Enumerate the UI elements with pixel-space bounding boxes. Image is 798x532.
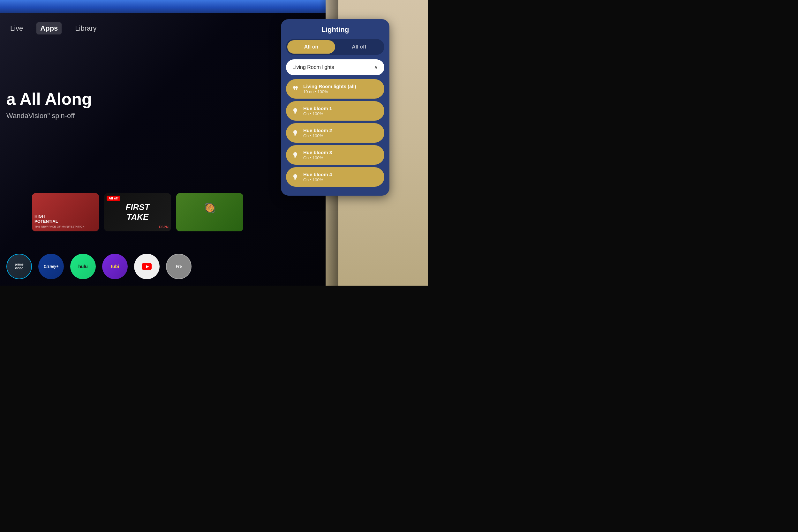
app-prime-video[interactable]: primevideo bbox=[6, 254, 32, 279]
room-selector[interactable]: Living Room lights ∧ bbox=[286, 59, 384, 75]
chevron-up-icon: ∧ bbox=[374, 64, 378, 71]
espn-label: ESPN bbox=[159, 225, 169, 229]
light-item-bloom2-content: Hue bloom 2 On • 100% bbox=[303, 128, 332, 138]
card-first-take[interactable]: All off FIRSTTAKE ESPN bbox=[104, 193, 171, 231]
bulb-icon-2 bbox=[291, 129, 299, 137]
light-item-bloom3-content: Hue bloom 3 On • 100% bbox=[303, 150, 332, 160]
light-item-bloom4-name: Hue bloom 4 bbox=[303, 172, 332, 177]
light-item-bloom1[interactable]: Hue bloom 1 On • 100% bbox=[286, 101, 384, 121]
svg-rect-13 bbox=[294, 180, 296, 180]
light-item-bloom3-name: Hue bloom 3 bbox=[303, 150, 332, 155]
bulb-icon-3 bbox=[291, 151, 299, 159]
light-item-bloom4[interactable]: Hue bloom 4 On • 100% bbox=[286, 167, 384, 187]
svg-rect-10 bbox=[294, 157, 296, 158]
youtube-icon bbox=[142, 263, 152, 270]
svg-rect-9 bbox=[294, 136, 296, 136]
light-item-all-status: 10 on • 100% bbox=[303, 89, 356, 94]
light-item-bloom4-status: On • 100% bbox=[303, 177, 332, 182]
app-hulu[interactable]: hulu bbox=[70, 254, 96, 279]
all-off-button[interactable]: All off bbox=[335, 40, 383, 54]
freevee-label: Fre bbox=[176, 264, 182, 269]
svg-rect-11 bbox=[294, 158, 296, 158]
toggle-row: All on All off bbox=[286, 39, 384, 55]
light-item-bloom2[interactable]: Hue bloom 2 On • 100% bbox=[286, 123, 384, 142]
card-high-potential[interactable]: HIGHPOTENTIALTHE NEW FACE OF MANIFESTATI… bbox=[32, 193, 99, 231]
app-disney-plus[interactable]: Disney+ bbox=[38, 254, 64, 279]
light-item-bloom1-name: Hue bloom 1 bbox=[303, 106, 332, 111]
first-take-title: FIRSTTAKE bbox=[126, 202, 149, 222]
disney-label: Disney+ bbox=[44, 264, 58, 269]
app-freevee[interactable]: Fre bbox=[166, 254, 191, 279]
light-item-bloom2-name: Hue bloom 2 bbox=[303, 128, 332, 133]
room-selector-label: Living Room lights bbox=[292, 64, 334, 70]
hulu-label: hulu bbox=[78, 264, 88, 269]
card-cooking[interactable]: 🥘 bbox=[176, 193, 243, 231]
hero-title: a All Along bbox=[6, 89, 92, 109]
svg-point-3 bbox=[295, 86, 298, 89]
tubi-label: tubi bbox=[111, 264, 119, 269]
light-item-bloom1-status: On • 100% bbox=[303, 111, 332, 116]
prime-label: primevideo bbox=[15, 263, 23, 270]
light-item-all-content: Living Room lights (all) 10 on • 100% bbox=[303, 83, 356, 94]
svg-point-0 bbox=[293, 86, 296, 89]
apps-row: primevideo Disney+ hulu tubi Fre bbox=[6, 254, 191, 279]
card-high-potential-title: HIGHPOTENTIALTHE NEW FACE OF MANIFESTATI… bbox=[35, 214, 84, 229]
svg-rect-6 bbox=[294, 113, 296, 114]
live-badge: All off bbox=[107, 196, 120, 201]
light-item-bloom3-status: On • 100% bbox=[303, 155, 332, 160]
app-youtube[interactable] bbox=[134, 254, 159, 279]
svg-rect-8 bbox=[294, 135, 296, 136]
svg-rect-7 bbox=[294, 114, 296, 114]
nav-live[interactable]: Live bbox=[6, 22, 27, 35]
bulb-icon-1 bbox=[291, 107, 299, 115]
light-item-all-name: Living Room lights (all) bbox=[303, 83, 356, 89]
bulb-icon-4 bbox=[291, 173, 299, 181]
all-on-button[interactable]: All on bbox=[287, 40, 335, 54]
light-item-bloom2-status: On • 100% bbox=[303, 133, 332, 138]
cooking-emoji: 🥘 bbox=[204, 203, 215, 213]
light-item-bloom4-content: Hue bloom 4 On • 100% bbox=[303, 172, 332, 182]
light-item-all[interactable]: Living Room lights (all) 10 on • 100% bbox=[286, 79, 384, 99]
light-item-bloom1-content: Hue bloom 1 On • 100% bbox=[303, 106, 332, 116]
svg-rect-12 bbox=[294, 179, 296, 180]
group-icon bbox=[291, 85, 299, 93]
smart-panel: Lighting All on All off Living Room ligh… bbox=[281, 19, 390, 196]
light-item-bloom3[interactable]: Hue bloom 3 On • 100% bbox=[286, 145, 384, 165]
nav-apps[interactable]: Apps bbox=[36, 22, 62, 35]
lights-list: Living Room lights (all) 10 on • 100% Hu… bbox=[286, 79, 384, 189]
nav-library[interactable]: Library bbox=[71, 22, 100, 35]
panel-title: Lighting bbox=[286, 25, 384, 34]
nav-bar: Live Apps Library bbox=[6, 22, 100, 35]
hero-subtitle: WandaVision" spin-off bbox=[6, 112, 75, 120]
app-tubi[interactable]: tubi bbox=[102, 254, 128, 279]
cards-row: HIGHPOTENTIALTHE NEW FACE OF MANIFESTATI… bbox=[32, 193, 243, 231]
